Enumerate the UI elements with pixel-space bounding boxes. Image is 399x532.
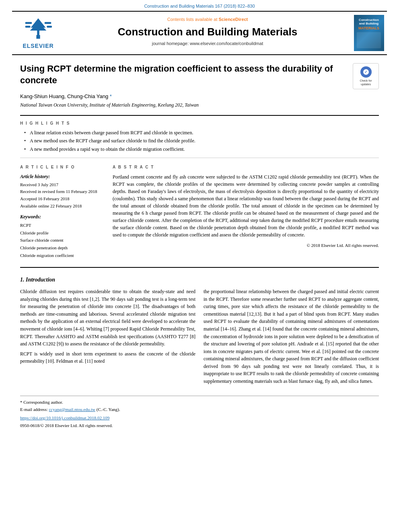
divider-body bbox=[20, 267, 379, 268]
keyword-item: Surface chloride content bbox=[20, 236, 105, 244]
abstract-col: A B S T R A C T Portland cement concrete… bbox=[113, 164, 379, 259]
keywords-list: RCPT Chloride profile Surface chloride c… bbox=[20, 222, 105, 259]
keywords-label: Keywords: bbox=[20, 214, 105, 220]
keyword-item: Chloride migration coefficient bbox=[20, 252, 105, 259]
corresponding-mark: * bbox=[110, 93, 112, 99]
keyword-item: Chloride penetration depth bbox=[20, 244, 105, 252]
author-names: Kang-Shiun Huang, Chung-Chia Yang bbox=[20, 93, 110, 99]
affiliation: National Taiwan Ocean University, Instit… bbox=[20, 102, 379, 109]
footnotes: * Corresponding author. E-mail address: … bbox=[20, 396, 379, 429]
body-para2: RCPT is widely used in short term experi… bbox=[20, 350, 195, 365]
section1-heading: 1. Introduction bbox=[20, 276, 379, 284]
accepted-date: Accepted 16 February 2018 bbox=[20, 195, 105, 203]
svg-rect-6 bbox=[45, 22, 51, 24]
body-para1: Chloride diffusion test requires conside… bbox=[20, 288, 195, 348]
article-history-label: Article history: bbox=[20, 173, 105, 180]
journal-cover-image: Constructionand Building MATERIALS bbox=[354, 15, 384, 51]
section1-title: Introduction bbox=[26, 277, 55, 283]
revised-date: Received in revised form 11 February 201… bbox=[20, 188, 105, 195]
abstract-text: Portland cement concrete and fly ash con… bbox=[113, 173, 379, 238]
svg-rect-4 bbox=[25, 22, 32, 24]
divider-highlights bbox=[20, 158, 379, 158]
email-line: E-mail address: ccyang@mail.ntou.edu.tw … bbox=[20, 407, 379, 413]
elsevier-tree-icon bbox=[22, 16, 54, 41]
body-two-col: Chloride diffusion test requires conside… bbox=[20, 288, 379, 388]
keyword-item: Chloride profile bbox=[20, 229, 105, 237]
journal-cover-area: Constructionand Building MATERIALS bbox=[351, 15, 387, 51]
doi-line: https://doi.org/10.1016/j.conbuildmat.20… bbox=[20, 415, 379, 421]
highlights-label: H I G H L I G H T S bbox=[20, 121, 379, 126]
highlights-section: H I G H L I G H T S A linear relation ex… bbox=[20, 121, 379, 153]
highlights-list: A linear relation exists between charge … bbox=[24, 129, 379, 153]
email-name: (C.-C. Yang). bbox=[97, 407, 120, 412]
info-abstract-section: A R T I C L E I N F O Article history: R… bbox=[20, 164, 379, 259]
abstract-label: A B S T R A C T bbox=[113, 164, 379, 170]
section1: 1. Introduction Chloride diffusion test … bbox=[20, 276, 379, 387]
copyright: © 2018 Elsevier Ltd. All rights reserved… bbox=[113, 242, 379, 249]
section1-number: 1. bbox=[20, 277, 25, 283]
highlight-item: A new method uses the RCPT charge and su… bbox=[24, 138, 379, 144]
journal-header-center: Contents lists available at ScienceDirec… bbox=[64, 15, 351, 51]
elsevier-logo-area: ELSEVIER bbox=[12, 15, 64, 51]
sciencedirect-link-text[interactable]: ScienceDirect bbox=[219, 17, 248, 22]
article-title-section: Using RCPT determine the migration coeff… bbox=[20, 63, 379, 86]
article-dates: Received 3 July 2017 Received in revised… bbox=[20, 181, 105, 210]
body-col-right: the proportional linear relationship bet… bbox=[204, 288, 379, 388]
top-citation: Construction and Building Materials 167 … bbox=[0, 0, 399, 11]
journal-header: ELSEVIER Contents lists available at Sci… bbox=[12, 11, 387, 55]
journal-homepage: journal homepage: www.elsevier.com/locat… bbox=[64, 41, 351, 47]
issn-line: 0950-0618/© 2018 Elsevier Ltd. All right… bbox=[20, 423, 379, 429]
check-circle-icon: ✓ bbox=[360, 66, 372, 78]
elsevier-brand-label: ELSEVIER bbox=[23, 42, 53, 50]
received-date: Received 3 July 2017 bbox=[20, 181, 105, 189]
content-area: Using RCPT determine the migration coeff… bbox=[0, 63, 399, 429]
cover-title-text: Constructionand Building bbox=[359, 18, 379, 26]
sciencedirect-line: Contents lists available at ScienceDirec… bbox=[64, 16, 351, 23]
check-updates-badge: ✓ Check forupdates bbox=[353, 63, 379, 89]
cover-materials-text: MATERIALS bbox=[358, 26, 379, 31]
divider-after-affiliation bbox=[20, 115, 379, 116]
available-date: Available online 22 February 2018 bbox=[20, 203, 105, 210]
highlight-item: A linear relation exists between charge … bbox=[24, 129, 379, 136]
highlight-item: A new method provides a rapid way to obt… bbox=[24, 146, 379, 153]
email-address[interactable]: ccyang@mail.ntou.edu.tw bbox=[49, 407, 95, 412]
body-col-left: Chloride diffusion test requires conside… bbox=[20, 288, 195, 388]
elsevier-logo: ELSEVIER bbox=[22, 16, 54, 50]
doi-link[interactable]: https://doi.org/10.1016/j.conbuildmat.20… bbox=[20, 415, 109, 420]
article-info-col: A R T I C L E I N F O Article history: R… bbox=[20, 164, 105, 259]
svg-rect-5 bbox=[25, 26, 31, 28]
article-info-label: A R T I C L E I N F O bbox=[20, 164, 105, 170]
body-para3: the proportional linear relationship bet… bbox=[204, 288, 379, 385]
keyword-item: RCPT bbox=[20, 222, 105, 229]
check-updates-label: Check forupdates bbox=[360, 79, 372, 86]
journal-title: Construction and Building Materials bbox=[64, 25, 351, 39]
article-title: Using RCPT determine the migration coeff… bbox=[20, 63, 379, 86]
authors-line: Kang-Shiun Huang, Chung-Chia Yang * bbox=[20, 93, 379, 100]
corresponding-note: * Corresponding author. bbox=[20, 399, 379, 405]
svg-rect-7 bbox=[47, 26, 52, 28]
